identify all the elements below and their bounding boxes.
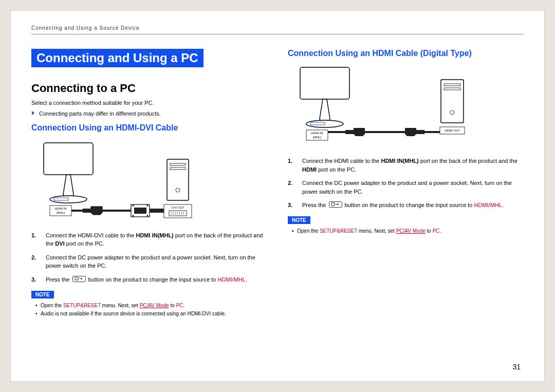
note-item-1: Open the SETUP&RESET menu. Next, set PC/…	[292, 227, 524, 235]
svg-point-28	[133, 215, 134, 216]
note-list: Open the SETUP&RESET menu. Next, set PC/…	[31, 302, 267, 318]
monitor-icon	[44, 143, 93, 206]
pc-tower-icon	[167, 159, 189, 200]
monitor-icon	[300, 67, 349, 130]
steps-list-hdmi: 1. Connect the HDMI cable to the HDMI IN…	[288, 157, 524, 210]
svg-text:(MHL): (MHL)	[313, 136, 322, 139]
note-badge: NOTE	[31, 291, 54, 298]
svg-rect-41	[444, 84, 460, 86]
page-header: Connecting and Using a Source Device	[31, 25, 524, 34]
right-column: Connection Using an HDMI Cable (Digital …	[288, 49, 524, 318]
svg-rect-40	[441, 80, 464, 123]
bullet-note: Connecting parts may differ in different…	[31, 110, 267, 118]
svg-text:HDMI IN: HDMI IN	[311, 132, 323, 135]
svg-rect-23	[102, 210, 131, 212]
section-title: Connecting to a PC	[31, 82, 267, 95]
note-badge: NOTE	[288, 216, 310, 224]
source-button-icon	[72, 276, 86, 285]
svg-point-27	[147, 204, 149, 206]
step-2: 2.Connect the DC power adapter to the pr…	[41, 253, 267, 270]
svg-rect-30	[150, 209, 164, 213]
svg-text:HDMI OUT: HDMI OUT	[445, 129, 460, 132]
connection-diagram-hdmi-dvi: HDMI IN (MHL) DVI OUT	[31, 139, 267, 223]
bullet-icon	[31, 111, 36, 116]
page-number: 31	[512, 363, 521, 371]
svg-point-29	[147, 215, 149, 216]
port-label-hdmi-in: HDMI IN (MHL)	[306, 130, 328, 140]
pc-tower-icon	[441, 80, 464, 123]
svg-rect-9	[170, 167, 186, 170]
svg-point-26	[133, 204, 134, 206]
svg-rect-47	[328, 131, 345, 133]
cable-hdmi-hdmi-icon	[328, 128, 440, 136]
svg-point-43	[450, 110, 454, 115]
svg-rect-25	[134, 208, 146, 214]
port-label-hdmi-in: HDMI IN (MHL)	[50, 206, 71, 216]
svg-rect-42	[444, 88, 460, 90]
port-label-hdmi-out: HDMI OUT	[440, 127, 465, 134]
cable-hdmi-dvi-icon	[71, 204, 164, 217]
step-1: 1. Connect the HDMI cable to the HDMI IN…	[297, 157, 524, 174]
source-button-icon	[329, 201, 342, 210]
connection-diagram-hdmi: HDMI IN (MHL) HDMI OUT	[288, 64, 524, 148]
svg-rect-21	[83, 209, 91, 213]
svg-rect-51	[329, 201, 342, 207]
svg-rect-13	[169, 211, 187, 216]
note-list: Open the SETUP&RESET menu. Next, set PC/…	[288, 227, 524, 235]
step-2: 2.Connect the DC power adapter to the pr…	[297, 179, 524, 196]
content-columns: Connecting and Using a PC Connecting to …	[31, 49, 524, 318]
note-item-1: Open the SETUP&RESET menu. Next, set PC/…	[35, 302, 267, 310]
svg-rect-49	[416, 130, 424, 134]
svg-rect-50	[424, 131, 440, 133]
svg-text:HDMI IN: HDMI IN	[55, 207, 67, 210]
svg-rect-8	[170, 163, 186, 165]
note-item-2: Audio is not available if the source dev…	[35, 310, 267, 318]
steps-list-hdmi-dvi: 1. Connect the HDMI-DVI cable to the HDM…	[31, 231, 267, 284]
manual-page: Connecting and Using a Source Device Con…	[10, 10, 545, 382]
step-3: 3. Press the button on the product to ch…	[41, 275, 267, 284]
svg-rect-48	[365, 131, 405, 133]
svg-text:DVI OUT: DVI OUT	[172, 206, 184, 209]
port-label-dvi-out: DVI OUT	[164, 204, 192, 218]
step-3: 3. Press the button on the product to ch…	[297, 201, 524, 210]
left-column: Connecting and Using a PC Connecting to …	[31, 49, 267, 318]
svg-rect-31	[72, 276, 85, 282]
bullet-text: Connecting parts may differ in different…	[39, 110, 161, 118]
svg-rect-33	[300, 67, 349, 99]
intro-text: Select a connection method suitable for …	[31, 99, 267, 107]
svg-point-10	[176, 188, 180, 192]
svg-rect-35	[310, 122, 325, 125]
subsection-title-hdmi-dvi: Connection Using an HDMI-DVI Cable	[31, 123, 267, 133]
svg-rect-46	[345, 130, 354, 134]
svg-rect-22	[71, 210, 83, 212]
svg-rect-0	[44, 143, 93, 175]
main-title: Connecting and Using a PC	[31, 49, 203, 67]
subsection-title-hdmi: Connection Using an HDMI Cable (Digital …	[288, 49, 524, 58]
step-1: 1. Connect the HDMI-DVI cable to the HDM…	[41, 231, 267, 248]
svg-text:(MHL): (MHL)	[57, 211, 65, 214]
svg-rect-2	[54, 198, 68, 200]
